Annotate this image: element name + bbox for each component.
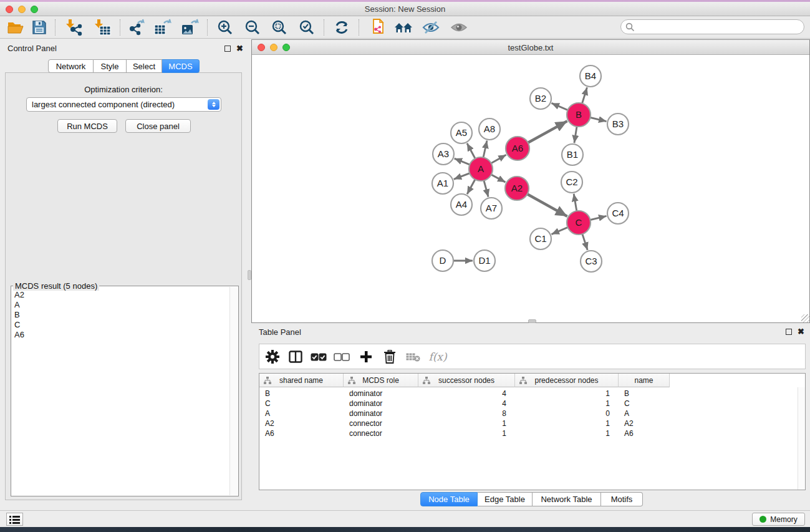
import-network-icon[interactable] <box>64 18 85 37</box>
close-panel-icon[interactable]: ✖ <box>236 46 243 52</box>
mcds-result-item[interactable]: A <box>12 300 229 310</box>
network-frame-titlebar[interactable]: testGlobe.txt <box>252 40 809 55</box>
tab-motifs[interactable]: Motifs <box>601 492 643 506</box>
graph-node-C3[interactable]: C3 <box>581 251 602 272</box>
select-all-icon[interactable] <box>309 347 329 366</box>
home-layouts-icon[interactable] <box>393 18 414 37</box>
cell-MCDS-role[interactable]: dominator <box>344 409 418 418</box>
show-column-icon[interactable] <box>286 347 306 366</box>
run-mcds-button[interactable]: Run MCDS <box>57 119 117 133</box>
graph-node-B3[interactable]: B3 <box>607 114 629 135</box>
cell-MCDS-role[interactable]: dominator <box>344 399 418 409</box>
tab-network-table[interactable]: Network Table <box>533 492 601 506</box>
graph-node-B1[interactable]: B1 <box>562 144 583 165</box>
graph-node-B2[interactable]: B2 <box>530 88 551 109</box>
graph-node-A3[interactable]: A3 <box>433 143 454 165</box>
graph-node-A4[interactable]: A4 <box>451 194 472 215</box>
cell-name[interactable]: C <box>619 399 670 409</box>
table-row-A2[interactable]: A2connector11A2 <box>259 418 670 428</box>
cell-shared-name[interactable]: B <box>259 389 344 399</box>
column-header-shared-name[interactable]: shared name <box>259 374 344 387</box>
result-scrollbar[interactable] <box>229 287 238 495</box>
zoom-out-icon[interactable] <box>242 18 263 37</box>
cell-shared-name[interactable]: A2 <box>259 418 344 428</box>
delete-row-icon[interactable] <box>380 347 400 366</box>
save-session-icon[interactable] <box>29 18 50 37</box>
tab-style[interactable]: Style <box>94 59 127 73</box>
graph-node-C4[interactable]: C4 <box>607 203 629 224</box>
graph-node-A1[interactable]: A1 <box>432 173 453 194</box>
graph-node-B4[interactable]: B4 <box>580 65 601 87</box>
graph-node-A2[interactable]: A2 <box>505 177 529 200</box>
mcds-result-item[interactable]: A2 <box>12 290 229 300</box>
search-field[interactable] <box>620 19 804 34</box>
show-panel-eye-icon[interactable] <box>448 18 470 37</box>
cell-shared-name[interactable]: A6 <box>259 428 344 438</box>
table-row-C[interactable]: Cdominator41C <box>259 399 670 409</box>
cell-name[interactable]: A6 <box>619 428 670 438</box>
table-row-A[interactable]: Adominator80A <box>259 409 670 418</box>
graph-node-A6[interactable]: A6 <box>506 137 529 160</box>
zoom-selected-icon[interactable] <box>296 18 317 37</box>
mcds-result-item[interactable]: A6 <box>12 330 229 340</box>
graph-node-C1[interactable]: C1 <box>530 228 551 249</box>
export-network-icon[interactable] <box>126 18 147 37</box>
graph-node-A8[interactable]: A8 <box>479 118 500 140</box>
table-row-A6[interactable]: A6connector11A6 <box>259 428 670 438</box>
cell-predecessor-nodes[interactable]: 1 <box>515 399 619 409</box>
resize-corner[interactable] <box>801 314 809 322</box>
tab-network[interactable]: Network <box>48 59 94 73</box>
network-canvas[interactable]: B4B2BB3A8A5A6A3B1AC2A1A2A4A7C4CC1DD1C3 <box>252 56 809 322</box>
task-history-button[interactable] <box>6 513 23 526</box>
float-table-panel-icon[interactable] <box>786 329 792 335</box>
graph-node-A7[interactable]: A7 <box>481 198 502 219</box>
cell-shared-name[interactable]: C <box>259 399 344 409</box>
cell-MCDS-role[interactable]: connector <box>344 428 418 438</box>
cell-successor-nodes[interactable]: 1 <box>418 428 515 438</box>
cell-shared-name[interactable]: A <box>259 409 344 418</box>
graph-node-C2[interactable]: C2 <box>561 172 582 193</box>
graph-node-C[interactable]: C <box>567 211 591 235</box>
mcds-result-item[interactable]: B <box>12 310 229 320</box>
cell-name[interactable]: A <box>619 409 670 418</box>
cell-successor-nodes[interactable]: 4 <box>418 399 515 409</box>
tab-node-table[interactable]: Node Table <box>420 492 478 506</box>
vertical-scroll-thumb[interactable] <box>248 270 251 280</box>
graph-node-B[interactable]: B <box>567 103 591 127</box>
cell-predecessor-nodes[interactable]: 1 <box>515 389 619 399</box>
settings-gear-icon[interactable] <box>263 347 282 366</box>
table-row-B[interactable]: Bdominator41B <box>259 389 670 399</box>
add-row-icon[interactable] <box>356 347 376 366</box>
column-header-MCDS-role[interactable]: MCDS role <box>344 374 418 387</box>
open-session-icon[interactable] <box>5 18 26 37</box>
cell-predecessor-nodes[interactable]: 0 <box>515 409 619 418</box>
graph-node-D1[interactable]: D1 <box>474 250 495 271</box>
zoom-in-icon[interactable] <box>215 18 236 37</box>
column-header-predecessor-nodes[interactable]: predecessor nodes <box>515 374 619 387</box>
cell-successor-nodes[interactable]: 4 <box>418 389 515 399</box>
memory-button[interactable]: Memory <box>752 513 805 526</box>
column-header-name[interactable]: name <box>619 374 670 387</box>
deselect-all-icon[interactable] <box>332 347 352 366</box>
export-image-icon[interactable] <box>180 18 201 37</box>
app-titlebar[interactable]: Session: New Session <box>0 2 810 16</box>
float-panel-icon[interactable] <box>224 46 231 52</box>
network-graph[interactable]: B4B2BB3A8A5A6A3B1AC2A1A2A4A7C4CC1DD1C3 <box>252 56 809 323</box>
column-header-successor-nodes[interactable]: successor nodes <box>418 374 515 387</box>
cell-predecessor-nodes[interactable]: 1 <box>515 428 619 438</box>
graph-node-A5[interactable]: A5 <box>451 122 472 143</box>
cell-MCDS-role[interactable]: connector <box>344 418 418 428</box>
refresh-icon[interactable] <box>331 18 352 37</box>
close-table-panel-icon[interactable]: ✖ <box>798 329 804 335</box>
cell-name[interactable]: B <box>619 389 670 399</box>
search-input[interactable] <box>635 22 804 32</box>
graph-node-D[interactable]: D <box>432 250 453 271</box>
tab-mcds[interactable]: MCDS <box>162 59 200 73</box>
table-scrollbar[interactable] <box>798 387 805 490</box>
cell-successor-nodes[interactable]: 1 <box>418 418 515 428</box>
import-table-icon[interactable] <box>92 18 113 37</box>
close-panel-button[interactable]: Close panel <box>125 119 191 133</box>
clone-network-icon[interactable] <box>367 18 388 37</box>
hide-panel-eye-icon[interactable] <box>420 18 441 37</box>
export-table-icon[interactable] <box>152 18 173 37</box>
